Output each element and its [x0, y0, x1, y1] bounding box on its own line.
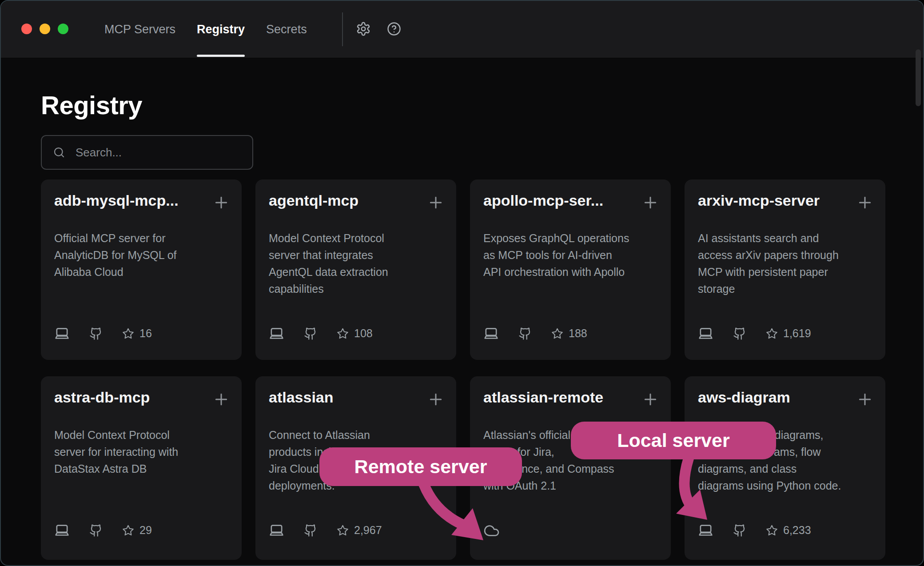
card-footer: 1,619: [698, 326, 811, 341]
server-name: apollo-mcp-ser...: [483, 192, 603, 209]
server-card-apollo[interactable]: apollo-mcp-ser... Exposes GraphQL operat…: [470, 179, 671, 360]
server-description: Exposes GraphQL operations as MCP tools …: [483, 230, 662, 280]
remote-server-callout: Remote server: [319, 447, 522, 486]
star-icon: [337, 524, 349, 536]
add-server-button[interactable]: [212, 391, 230, 408]
add-server-button[interactable]: [212, 194, 230, 211]
github-icon[interactable]: [89, 327, 103, 340]
server-name: astra-db-mcp: [54, 389, 150, 406]
server-name: atlassian-remote: [483, 389, 603, 406]
server-name: atlassian: [269, 389, 334, 406]
star-icon: [122, 327, 134, 339]
server-description: Model Context Protocol server that integ…: [269, 230, 447, 297]
card-footer: 29: [54, 522, 152, 538]
add-server-button[interactable]: [641, 391, 659, 408]
card-footer: 108: [269, 326, 373, 341]
star-icon: [337, 327, 349, 339]
server-description: Official MCP server for AnalyticDB for M…: [54, 230, 233, 280]
github-icon[interactable]: [304, 327, 317, 340]
star-icon: [766, 524, 778, 536]
laptop-icon: [483, 326, 499, 341]
server-description: AI assistants search and access arXiv pa…: [698, 230, 876, 297]
help-icon[interactable]: [386, 21, 402, 36]
main-nav: MCP Servers Registry Secrets: [104, 1, 307, 58]
server-card-astra-db[interactable]: astra-db-mcp Model Context Protocol serv…: [41, 376, 242, 560]
minimize-window-button[interactable]: [40, 24, 50, 34]
github-icon[interactable]: [89, 524, 103, 537]
zoom-window-button[interactable]: [58, 24, 68, 34]
laptop-icon: [54, 522, 70, 538]
star-count: 29: [139, 524, 152, 537]
add-server-button[interactable]: [641, 194, 659, 211]
titlebar: MCP Servers Registry Secrets: [1, 1, 923, 58]
card-footer: 6,233: [698, 522, 811, 538]
laptop-icon: [54, 326, 70, 341]
server-card-adb-mysql[interactable]: adb-mysql-mcp... Official MCP server for…: [41, 179, 242, 360]
search-icon: [52, 146, 66, 159]
server-card-agentql[interactable]: agentql-mcp Model Context Protocol serve…: [255, 179, 456, 360]
server-description: Model Context Protocol server for intera…: [54, 426, 233, 477]
page-title: Registry: [41, 91, 142, 120]
server-name: arxiv-mcp-server: [698, 192, 820, 209]
server-name: adb-mysql-mcp...: [54, 192, 179, 209]
local-server-callout: Local server: [571, 422, 776, 459]
card-footer: 16: [54, 326, 152, 341]
local-server-label: Local server: [617, 430, 729, 451]
star-count: 108: [354, 327, 373, 340]
server-name: aws-diagram: [698, 389, 790, 406]
search-input[interactable]: [75, 145, 242, 160]
star-count: 16: [139, 327, 152, 340]
add-server-button[interactable]: [856, 194, 874, 211]
server-card-aws-diagram[interactable]: aws-diagram Generate AWS diagrams, seque…: [685, 376, 885, 560]
remote-server-label: Remote server: [354, 456, 487, 478]
laptop-icon: [269, 326, 284, 341]
add-server-button[interactable]: [856, 391, 874, 408]
settings-gear-icon[interactable]: [356, 21, 371, 36]
github-icon[interactable]: [304, 524, 317, 537]
star-count: 188: [569, 327, 587, 340]
scrollbar-thumb[interactable]: [916, 49, 921, 106]
tab-registry[interactable]: Registry: [197, 1, 245, 58]
close-window-button[interactable]: [21, 24, 32, 34]
laptop-icon: [698, 522, 713, 538]
github-icon[interactable]: [733, 524, 746, 537]
star-icon: [122, 524, 134, 536]
laptop-icon: [269, 522, 284, 538]
server-card-arxiv[interactable]: arxiv-mcp-server AI assistants search an…: [685, 179, 885, 360]
star-count: 2,967: [354, 524, 382, 537]
laptop-icon: [698, 326, 713, 341]
add-server-button[interactable]: [427, 194, 445, 211]
topbar-divider: [342, 12, 343, 46]
tab-mcp-servers[interactable]: MCP Servers: [104, 1, 175, 58]
card-footer: 2,967: [269, 522, 382, 538]
app-window: MCP Servers Registry Secrets Registry ad…: [0, 0, 924, 566]
add-server-button[interactable]: [427, 391, 445, 408]
github-icon[interactable]: [518, 327, 532, 340]
search-box: [41, 135, 253, 170]
server-name: agentql-mcp: [269, 192, 358, 209]
card-footer: [483, 522, 500, 539]
tab-secrets[interactable]: Secrets: [266, 1, 307, 58]
traffic-lights: [21, 24, 68, 34]
github-icon[interactable]: [733, 327, 746, 340]
cloud-icon: [483, 522, 500, 539]
star-icon: [766, 327, 778, 339]
star-count: 1,619: [783, 327, 811, 340]
star-icon: [551, 327, 563, 339]
star-count: 6,233: [783, 524, 811, 537]
card-footer: 188: [483, 326, 587, 341]
